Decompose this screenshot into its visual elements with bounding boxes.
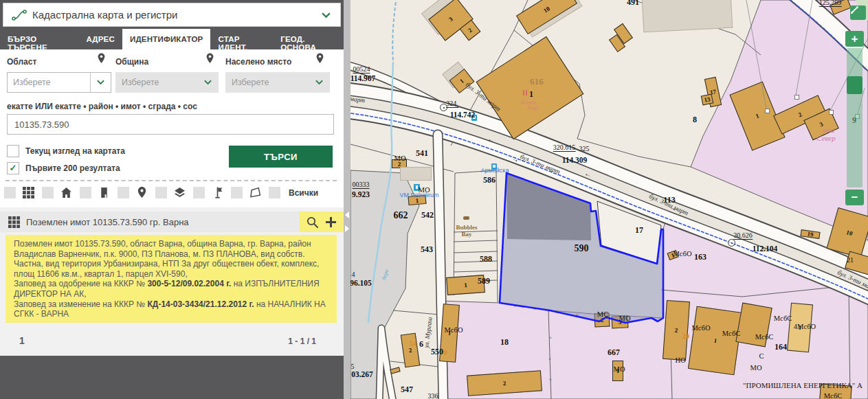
flag-icon: [212, 187, 223, 198]
oblast-select[interactable]: Изберете: [7, 72, 111, 93]
map-label: 324.: [446, 100, 458, 108]
tab-address[interactable]: АДРЕС: [78, 29, 122, 49]
map-label: 586: [483, 175, 496, 185]
map-label: 17: [635, 225, 643, 236]
map-label: МС: [597, 310, 608, 318]
collapse-left-icon[interactable]: [345, 212, 349, 218]
zoom-slider-track[interactable]: [847, 48, 863, 187]
map-label: ул. Мургаш: [423, 317, 433, 348]
field-oblast: Област: [7, 55, 111, 67]
result-type-filters: Всички: [4, 187, 318, 198]
filter-checkbox-home[interactable]: [42, 187, 54, 198]
map-label: МсбС: [774, 315, 792, 322]
checkbox-unchecked[interactable]: [7, 145, 19, 157]
map-canvas[interactable]: 32110171312321121223121111910 00524114.9…: [350, 0, 868, 399]
map-label: ×: [514, 304, 517, 309]
map-label: 4МсбО: [794, 323, 816, 330]
map-label: 1: [529, 89, 533, 100]
map-label: Bubbles: [456, 224, 477, 231]
map-label: 18: [500, 337, 509, 347]
zoom-slider-handle[interactable]: [847, 76, 863, 94]
filter-checkbox-polygon[interactable]: [231, 187, 243, 198]
page-number[interactable]: 1: [19, 335, 25, 346]
sq-icon: [829, 110, 834, 115]
tab-old-identifier[interactable]: СТАР ИДЕНТ.: [210, 29, 273, 49]
tab-identifier[interactable]: ИДЕНТИФИКАТОР: [122, 29, 211, 49]
checkbox-label: Текущ изглед на картата: [25, 146, 125, 156]
result-actions: [300, 212, 344, 232]
map-label: 164: [775, 342, 787, 352]
map-label: ×: [548, 356, 551, 362]
result-details: Поземлен имот 10135.73.590, област Варна…: [5, 235, 337, 323]
sq-icon: [765, 109, 770, 113]
field-label: Община: [115, 57, 148, 67]
tab-geodetic-basis[interactable]: ГЕОД. ОСНОВА: [273, 29, 344, 49]
first-200-option[interactable]: ✓ Първите 200 резултата: [7, 162, 120, 174]
search-sidebar: Кадастрална карта и регистри БЪРЗО ТЪРСЕ…: [0, 0, 344, 399]
filter-checkbox-all[interactable]: [269, 187, 280, 198]
map-label: она: [823, 126, 834, 134]
map-label: 4: [352, 271, 355, 278]
search-icon[interactable]: [306, 216, 319, 229]
tab-quick-search[interactable]: БЪРЗО ТЪРСЕНЕ: [0, 29, 78, 49]
result-range: 1 - 1 / 1: [288, 337, 316, 346]
field-settlement: Населено място: [225, 55, 330, 67]
zoom-in-button[interactable]: +: [845, 31, 864, 47]
collapse-right-icon[interactable]: [345, 225, 349, 232]
location-pin-icon[interactable]: [315, 53, 324, 65]
map-label: МсбО: [691, 324, 710, 332]
map-label: "ПРОМИШЛЕНА ЕНЕРГЕТИКА" А: [743, 381, 863, 389]
divider: [90, 73, 91, 92]
results-area: Поземлен имот 10135.73.590 гр. Варна Поз…: [0, 207, 344, 356]
filter-all-label: Всички: [289, 188, 318, 198]
filter-checkbox-layers[interactable]: [155, 187, 167, 198]
service-selector[interactable]: Кадастрална карта и регистри: [3, 3, 341, 27]
map-label: 114.309: [562, 156, 588, 164]
map-label: →: [511, 153, 521, 163]
chevron-down-icon[interactable]: [322, 12, 331, 19]
fullscreen-button[interactable]: [850, 5, 866, 20]
map-label: МсбО: [673, 250, 691, 258]
map-label: 325: [579, 145, 590, 152]
app-header: Кадастрална карта и регистри: [0, 0, 344, 29]
location-pin-icon[interactable]: [205, 53, 214, 65]
result-row[interactable]: Поземлен имот 10135.73.590 гр. Варна: [0, 212, 344, 232]
map-label: 00333: [353, 181, 370, 189]
chevron-down-icon: [97, 80, 104, 85]
zoom-out-button[interactable]: −: [845, 190, 864, 205]
map-label: МсбС: [722, 330, 740, 337]
location-pin-icon[interactable]: [97, 53, 106, 65]
select-placeholder: Изберете: [122, 78, 198, 87]
map-label: ×: [549, 377, 552, 383]
filter-checkbox-grid[interactable]: [4, 187, 16, 198]
chevron-down-icon: [204, 80, 212, 85]
current-view-option[interactable]: Текущ изглед на картата: [7, 145, 125, 157]
map-label: 5: [351, 363, 355, 370]
identifier-input[interactable]: [7, 114, 334, 135]
service-title: Кадастрална карта и регистри: [32, 9, 177, 21]
divider: [5, 180, 337, 181]
home-icon: [60, 187, 72, 198]
map-label: 8: [693, 115, 697, 125]
filter-checkbox-point[interactable]: [118, 187, 129, 198]
select-placeholder: Изберете: [232, 78, 309, 87]
map-label: 9.923: [352, 190, 370, 198]
map-label: МО: [614, 365, 625, 373]
map-label: 00524: [353, 65, 370, 73]
settlement-select[interactable]: Изберете: [225, 72, 330, 93]
map-label-layer: 00524114.967003339.923324.114.742320.615…: [350, 0, 868, 399]
obshtina-select[interactable]: Изберете: [115, 72, 219, 93]
order-approval-number: 300-5-12/09.02.2004 г.: [147, 279, 231, 288]
map-label: 547: [401, 385, 413, 395]
map-label: НО: [675, 356, 685, 364]
filter-checkbox-building[interactable]: [80, 187, 91, 198]
map-label: 54: [410, 340, 416, 347]
identifier-hint: екатте ИЛИ екатте • район • имот • сград…: [7, 102, 197, 111]
filter-checkbox-flag[interactable]: [193, 187, 205, 198]
search-button[interactable]: ТЪРСИ: [229, 146, 333, 168]
sidebar-collapse-handle[interactable]: [344, 0, 350, 399]
checkbox-checked[interactable]: ✓: [7, 162, 19, 174]
map-label: 03.267: [351, 370, 373, 378]
map-label: 588: [480, 254, 492, 264]
plus-icon[interactable]: [324, 216, 337, 229]
